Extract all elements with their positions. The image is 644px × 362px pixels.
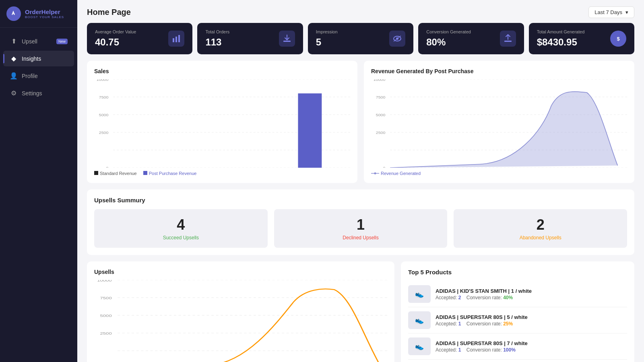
svg-text:10000: 10000	[97, 280, 111, 282]
revenue-chart-title: Revenue Generated By Post Purchase	[371, 68, 627, 74]
svg-point-49	[374, 173, 376, 175]
product-item: 👟 ADIDAS | SUPERSTAR 80S | 5 / white Acc…	[408, 307, 627, 333]
sidebar-item-label: Settings	[22, 90, 42, 97]
summary-card-declined: 1 Declined Upsells	[274, 209, 448, 248]
svg-text:7500: 7500	[99, 95, 109, 100]
svg-text:5000: 5000	[100, 313, 112, 318]
legend-revenue-generated: Revenue Generated	[381, 171, 421, 176]
svg-rect-3	[175, 37, 177, 42]
svg-text:7500: 7500	[376, 95, 386, 100]
sidebar-item-settings[interactable]: ⚙ Settings	[3, 85, 74, 101]
stat-cards: Average Order Value 40.75 Total Orders 1…	[77, 23, 644, 61]
summary-cards: 4 Succeed Upsells 1 Declined Upsells 2 A…	[94, 209, 627, 248]
svg-rect-5	[283, 41, 291, 42]
profile-icon: 👤	[10, 72, 18, 80]
stat-value: 5	[316, 37, 338, 48]
revenue-chart-card: Revenue Generated By Post Purchase 10000…	[364, 61, 634, 183]
summary-card-succeed: 4 Succeed Upsells	[94, 209, 268, 248]
sidebar: OrderHelper BOOST YOUR SALES ⬆ Upsell Ne…	[0, 0, 77, 362]
charts-row: Sales 10000 7500 5000	[77, 61, 644, 189]
top-products-card: Top 5 Products 👟 ADIDAS | KID'S STAN SMI…	[401, 261, 634, 362]
svg-text:👟: 👟	[415, 290, 424, 298]
succeed-count: 4	[101, 216, 260, 233]
stat-label: Conversion Generated	[426, 29, 471, 34]
svg-text:2500: 2500	[100, 331, 112, 335]
logo-title: OrderHelper	[25, 8, 64, 15]
stat-icon-download	[279, 31, 295, 47]
svg-text:2500: 2500	[99, 131, 109, 135]
stat-icon-dollar: $	[610, 31, 626, 47]
product-name: ADIDAS | KID'S STAN SMITH | 1 / white	[436, 288, 627, 294]
logo: OrderHelper BOOST YOUR SALES	[0, 0, 77, 28]
sidebar-item-label: Upsell	[22, 38, 37, 45]
stat-label: Total Orders	[205, 29, 229, 34]
upsells-summary-section: Upsells Summury 4 Succeed Upsells 1 Decl…	[87, 189, 634, 255]
date-filter-label: Last 7 Days	[594, 9, 622, 15]
stat-value: 40.75	[95, 37, 136, 48]
nav-items: ⬆ Upsell New ◆ Insights 👤 Profile ⚙ Sett…	[0, 28, 77, 107]
svg-text:5000: 5000	[376, 113, 386, 117]
svg-text:👟: 👟	[415, 342, 424, 351]
product-info: ADIDAS | SUPERSTAR 80S | 5 / white Accep…	[436, 314, 627, 327]
product-image: 👟	[408, 337, 431, 355]
date-filter-button[interactable]: Last 7 Days ▾	[588, 6, 634, 18]
svg-text:2500: 2500	[376, 131, 386, 135]
stat-label: Impression	[316, 29, 338, 34]
abandoned-label: Abandoned Upsells	[461, 235, 620, 241]
sidebar-item-insights[interactable]: ◆ Insights	[3, 51, 74, 66]
bottom-row: Upsells 10000 7500 5000 2500 0	[77, 261, 644, 362]
insights-icon: ◆	[10, 55, 18, 62]
svg-text:10000: 10000	[97, 79, 109, 82]
product-meta: Accepted: 1 Conversion rate: 100%	[436, 347, 627, 353]
legend-standard: Standard Revenue	[100, 171, 137, 176]
page-title: Home Page	[87, 8, 131, 17]
upsell-icon: ⬆	[10, 37, 18, 45]
sales-chart-card: Sales 10000 7500 5000	[87, 61, 357, 183]
summary-card-abandoned: 2 Abandoned Upsells	[454, 209, 627, 248]
stat-card-avg-order: Average Order Value 40.75	[87, 23, 192, 54]
svg-rect-8	[504, 41, 512, 42]
settings-icon: ⚙	[10, 89, 18, 97]
revenue-legend: Revenue Generated	[371, 171, 627, 176]
svg-text:10000: 10000	[374, 79, 386, 82]
sidebar-item-profile[interactable]: 👤 Profile	[3, 68, 74, 84]
product-info: ADIDAS | KID'S STAN SMITH | 1 / white Ac…	[436, 288, 627, 300]
svg-text:7500: 7500	[100, 296, 112, 300]
stat-card-total-orders: Total Orders 113	[197, 23, 303, 54]
main-content: Home Page Last 7 Days ▾ Average Order Va…	[77, 0, 644, 362]
product-image: 👟	[408, 311, 431, 329]
sidebar-item-upsell[interactable]: ⬆ Upsell New	[3, 33, 74, 49]
product-item: 👟 ADIDAS | SUPERSTAR 80S | 7 / white Acc…	[408, 333, 627, 360]
logo-icon	[6, 6, 21, 21]
svg-rect-29	[298, 93, 322, 168]
product-info: ADIDAS | SUPERSTAR 80S | 7 / white Accep…	[436, 340, 627, 353]
sales-chart-area: 10000 7500 5000 2500 0 15 16 17 18 19 20…	[94, 79, 350, 168]
sidebar-item-label: Profile	[22, 73, 38, 79]
sidebar-item-label: Insights	[22, 56, 41, 62]
product-name: ADIDAS | SUPERSTAR 80S | 7 / white	[436, 340, 627, 346]
logo-subtitle: BOOST YOUR SALES	[25, 15, 64, 19]
product-item: 👟 ADIDAS | KID'S STAN SMITH | 1 / white …	[408, 281, 627, 307]
svg-text:5000: 5000	[99, 113, 109, 117]
stat-icon-bar-chart	[168, 31, 184, 47]
abandoned-count: 2	[461, 216, 620, 233]
sales-chart-title: Sales	[94, 68, 350, 74]
stat-card-conversion: Conversion Generated 80%	[418, 23, 524, 54]
stat-card-impression: Impression 5	[308, 23, 413, 54]
logo-text: OrderHelper BOOST YOUR SALES	[25, 8, 64, 19]
product-meta: Accepted: 2 Conversion rate: 40%	[436, 295, 627, 300]
stat-value: $8430.95	[537, 37, 585, 48]
stat-label: Average Order Value	[95, 29, 136, 34]
stat-icon-upload	[500, 31, 516, 47]
stat-value: 80%	[426, 37, 471, 48]
legend-post-purchase: Post Purchase Revenue	[149, 171, 197, 176]
declined-label: Declined Upsells	[281, 235, 440, 241]
product-meta: Accepted: 1 Conversion rate: 25%	[436, 321, 627, 327]
chevron-down-icon: ▾	[625, 9, 628, 15]
stat-value: 113	[205, 37, 229, 48]
stat-icon-eye	[389, 31, 405, 47]
upsells-chart-area: 10000 7500 5000 2500 0	[94, 280, 387, 362]
svg-rect-4	[178, 35, 180, 42]
sales-legend: Standard Revenue Post Purchase Revenue	[94, 171, 350, 176]
svg-text:0: 0	[106, 166, 108, 168]
